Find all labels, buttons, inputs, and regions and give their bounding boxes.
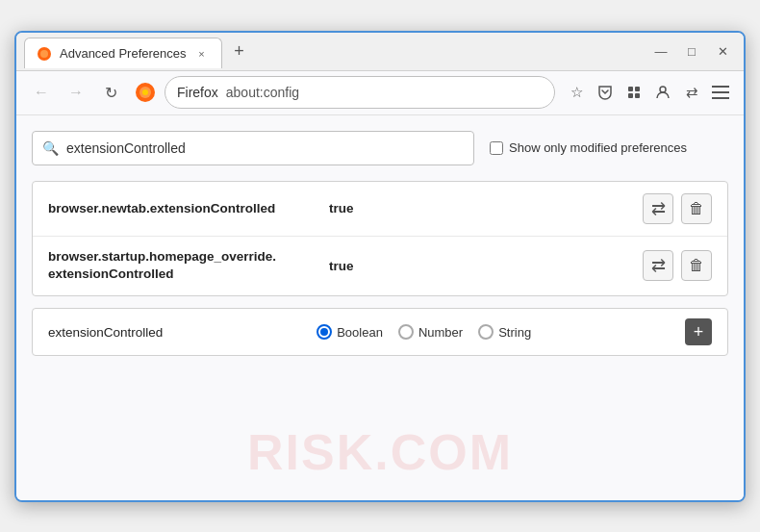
tab-label: Advanced Preferences: [60, 46, 187, 61]
boolean-radio-circle: [317, 324, 332, 340]
arrows-icon: ⇄: [651, 255, 666, 276]
search-box[interactable]: 🔍: [32, 131, 474, 165]
firefox-logo: [134, 81, 157, 104]
search-icon: 🔍: [42, 140, 59, 156]
profile-icon[interactable]: [649, 79, 676, 106]
svg-point-4: [142, 89, 148, 95]
svg-point-1: [40, 50, 48, 58]
new-tab-button[interactable]: +: [226, 38, 253, 64]
address-bar[interactable]: Firefox about:config: [165, 76, 555, 109]
number-radio[interactable]: Number: [398, 324, 463, 340]
toggle-button-2[interactable]: ⇄: [643, 250, 673, 281]
content-area: 🔍 Show only modified preferences browser…: [16, 115, 744, 500]
forward-button[interactable]: →: [61, 77, 91, 108]
sync-icon[interactable]: ⇄: [678, 79, 705, 106]
show-modified-checkbox[interactable]: [490, 141, 503, 155]
nav-bar: ← → ↻ Firefox about:config ☆: [16, 71, 744, 115]
search-row: 🔍 Show only modified preferences: [32, 131, 728, 165]
svg-rect-8: [635, 93, 640, 98]
watermark: RISK.COM: [247, 423, 513, 481]
svg-rect-6: [635, 87, 640, 91]
minimize-button[interactable]: —: [647, 38, 674, 64]
delete-button-2[interactable]: 🗑: [681, 250, 712, 281]
tab-close-button[interactable]: ×: [194, 46, 210, 62]
trash-icon: 🗑: [689, 200, 704, 217]
svg-rect-7: [628, 93, 633, 98]
row-2-actions: ⇄ 🗑: [643, 250, 712, 281]
pref-name-2: browser.startup.homepage_override.extens…: [48, 248, 317, 285]
add-preference-row: extensionControlled Boolean Number Strin…: [32, 308, 728, 356]
show-modified-label[interactable]: Show only modified preferences: [490, 140, 687, 155]
menu-button[interactable]: [707, 79, 734, 106]
type-radio-group: Boolean Number String: [178, 324, 670, 340]
nav-icons: ☆ ⇄: [563, 79, 734, 106]
firefox-label: Firefox: [177, 85, 218, 100]
arrows-icon: ⇄: [651, 198, 666, 219]
reload-button[interactable]: ↻: [95, 77, 126, 108]
close-button[interactable]: ✕: [709, 38, 736, 64]
results-table: browser.newtab.extensionControlled true …: [32, 181, 728, 297]
toggle-button-1[interactable]: ⇄: [643, 193, 673, 224]
bookmark-icon[interactable]: ☆: [563, 79, 590, 106]
back-button[interactable]: ←: [26, 77, 57, 108]
browser-window: Advanced Preferences × + — □ ✕ ← → ↻ Fi: [14, 31, 746, 502]
active-tab[interactable]: Advanced Preferences ×: [24, 38, 222, 68]
pocket-icon[interactable]: [592, 79, 619, 106]
show-modified-text: Show only modified preferences: [509, 140, 687, 155]
boolean-label: Boolean: [337, 325, 383, 340]
search-input[interactable]: [66, 140, 464, 156]
table-row: browser.startup.homepage_override.extens…: [33, 237, 727, 296]
svg-point-9: [660, 87, 666, 92]
add-pref-name: extensionControlled: [48, 325, 163, 340]
pref-value-2: true: [329, 259, 354, 273]
string-radio-circle: [478, 324, 494, 340]
string-radio[interactable]: String: [478, 324, 531, 340]
boolean-radio[interactable]: Boolean: [317, 324, 383, 340]
maximize-button[interactable]: □: [678, 38, 705, 64]
extensions-icon[interactable]: [621, 79, 647, 106]
address-text: about:config: [226, 85, 299, 100]
title-bar: Advanced Preferences × + — □ ✕: [16, 33, 744, 71]
tab-favicon: [37, 46, 52, 62]
row-1-actions: ⇄ 🗑: [643, 193, 712, 224]
window-controls: — □ ✕: [647, 38, 736, 64]
pref-name-1: browser.newtab.extensionControlled: [48, 201, 317, 215]
add-plus-button[interactable]: +: [685, 318, 712, 345]
string-label: String: [498, 325, 531, 340]
svg-rect-5: [628, 87, 633, 91]
number-label: Number: [418, 325, 463, 340]
number-radio-circle: [398, 324, 414, 340]
delete-button-1[interactable]: 🗑: [681, 193, 712, 224]
pref-value-1: true: [329, 201, 354, 215]
trash-icon: 🗑: [689, 257, 704, 274]
tab-strip: Advanced Preferences × +: [24, 33, 640, 70]
table-row: browser.newtab.extensionControlled true …: [33, 182, 727, 237]
